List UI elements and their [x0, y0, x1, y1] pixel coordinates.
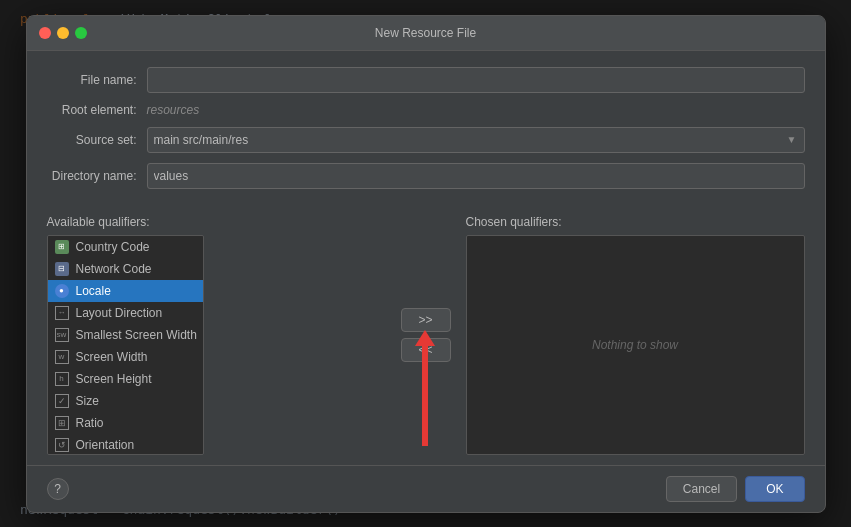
- screen-width-icon: w: [54, 349, 70, 365]
- file-name-input[interactable]: [147, 67, 805, 93]
- help-button[interactable]: ?: [47, 478, 69, 500]
- ratio-icon: ⊞: [54, 415, 70, 431]
- size-icon: ✓: [54, 393, 70, 409]
- file-name-row: File name:: [47, 67, 805, 93]
- transfer-buttons: >> <<: [396, 215, 456, 455]
- available-qualifiers-panel: Available qualifiers: ⊞ Country Code: [47, 215, 386, 455]
- qualifier-screen-height[interactable]: h Screen Height: [48, 368, 203, 390]
- close-button[interactable]: [39, 27, 51, 39]
- locale-icon: ●: [54, 283, 70, 299]
- file-name-label: File name:: [47, 73, 147, 87]
- qualifier-smallest-screen-width-label: Smallest Screen Width: [76, 328, 197, 342]
- chosen-qualifiers-label: Chosen qualifiers:: [466, 215, 805, 229]
- available-qualifiers-list[interactable]: ⊞ Country Code ⊟ Network Code: [47, 235, 204, 455]
- qualifier-locale[interactable]: ● Locale: [48, 280, 203, 302]
- screen-height-icon: h: [54, 371, 70, 387]
- minimize-button[interactable]: [57, 27, 69, 39]
- chosen-qualifiers-list: Nothing to show: [466, 235, 805, 455]
- qualifier-screen-width[interactable]: w Screen Width: [48, 346, 203, 368]
- traffic-lights: [39, 27, 87, 39]
- cancel-button[interactable]: Cancel: [666, 476, 737, 502]
- qualifier-size[interactable]: ✓ Size: [48, 390, 203, 412]
- dialog-footer: ? Cancel OK: [27, 465, 825, 512]
- ok-button[interactable]: OK: [745, 476, 804, 502]
- source-set-row: Source set: main src/main/res ▼: [47, 127, 805, 153]
- directory-name-row: Directory name:: [47, 163, 805, 189]
- form-area: File name: Root element: resources Sourc…: [27, 51, 825, 215]
- qualifier-network-code[interactable]: ⊟ Network Code: [48, 258, 203, 280]
- qualifiers-middle: ⊞ Country Code ⊟ Network Code: [47, 235, 386, 455]
- qualifier-country-code[interactable]: ⊞ Country Code: [48, 236, 203, 258]
- dialog-title: New Resource File: [375, 26, 476, 40]
- qualifier-layout-direction-label: Layout Direction: [76, 306, 163, 320]
- network-code-icon: ⊟: [54, 261, 70, 277]
- smallest-screen-width-icon: sw: [54, 327, 70, 343]
- orientation-icon: ↺: [54, 437, 70, 453]
- root-element-label: Root element:: [47, 103, 147, 117]
- remove-qualifier-button[interactable]: <<: [401, 338, 451, 362]
- source-set-label: Source set:: [47, 133, 147, 147]
- root-element-value: resources: [147, 103, 200, 117]
- qualifier-orientation-label: Orientation: [76, 438, 135, 452]
- source-set-container: main src/main/res ▼: [147, 127, 805, 153]
- qualifier-layout-direction[interactable]: ↔ Layout Direction: [48, 302, 203, 324]
- qualifier-size-label: Size: [76, 394, 99, 408]
- directory-name-input[interactable]: [147, 163, 805, 189]
- root-element-row: Root element: resources: [47, 103, 805, 117]
- qualifier-network-code-label: Network Code: [76, 262, 152, 276]
- dialog: New Resource File File name: Root elemen…: [26, 15, 826, 513]
- source-set-select[interactable]: main src/main/res: [147, 127, 805, 153]
- title-bar: New Resource File: [27, 16, 825, 51]
- footer-actions: Cancel OK: [666, 476, 805, 502]
- nothing-to-show-text: Nothing to show: [592, 338, 678, 352]
- qualifier-locale-label: Locale: [76, 284, 111, 298]
- available-qualifiers-label: Available qualifiers:: [47, 215, 386, 229]
- directory-name-label: Directory name:: [47, 169, 147, 183]
- qualifier-country-code-label: Country Code: [76, 240, 150, 254]
- chosen-qualifiers-panel: Chosen qualifiers: Nothing to show: [466, 215, 805, 455]
- qualifier-screen-height-label: Screen Height: [76, 372, 152, 386]
- layout-direction-icon: ↔: [54, 305, 70, 321]
- country-code-icon: ⊞: [54, 239, 70, 255]
- dialog-overlay: New Resource File File name: Root elemen…: [0, 0, 851, 527]
- maximize-button[interactable]: [75, 27, 87, 39]
- qualifier-smallest-screen-width[interactable]: sw Smallest Screen Width: [48, 324, 203, 346]
- add-qualifier-button[interactable]: >>: [401, 308, 451, 332]
- qualifiers-section: Available qualifiers: ⊞ Country Code: [27, 215, 825, 465]
- qualifier-screen-width-label: Screen Width: [76, 350, 148, 364]
- qualifier-ratio[interactable]: ⊞ Ratio: [48, 412, 203, 434]
- qualifier-ratio-label: Ratio: [76, 416, 104, 430]
- qualifier-orientation[interactable]: ↺ Orientation: [48, 434, 203, 455]
